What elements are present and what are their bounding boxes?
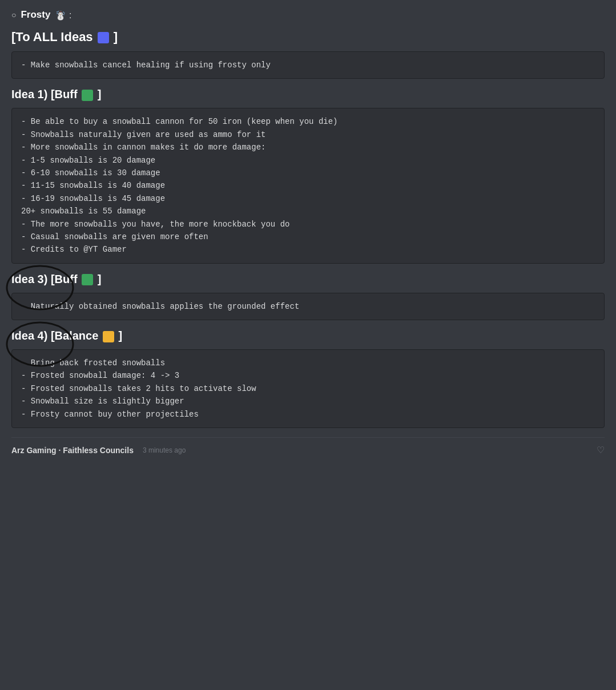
- all-ideas-line-1: - Make snowballs cancel healing if using…: [21, 59, 595, 71]
- idea1-line: - Credits to @YT Gamer: [21, 243, 595, 256]
- idea3-code-block: - Naturally obtained snowballs applies t…: [11, 293, 605, 320]
- idea4-line: - Bring back frosted snowballs: [21, 357, 595, 369]
- idea3-header: Idea 3) [Buff ]: [11, 273, 605, 286]
- idea3-section-wrapper: Idea 3) [Buff ]: [11, 273, 605, 286]
- idea3-line: - Naturally obtained snowballs applies t…: [21, 300, 595, 313]
- idea1-line: - Casual snowballs are given more often: [21, 231, 595, 243]
- idea4-line: - Frosty cannot buy other projectiles: [21, 408, 595, 421]
- idea1-line: - Be able to buy a snowball cannon for 5…: [21, 115, 595, 128]
- all-ideas-header: [To ALL Ideas ]: [11, 30, 605, 45]
- idea4-line: - Frosted snowballs takes 2 hits to acti…: [21, 382, 595, 395]
- snowman-emoji: ☃️ :: [55, 10, 71, 21]
- idea1-line: - 6-10 snowballs is 30 damage: [21, 167, 595, 179]
- idea1-line: - More snowballs in cannon makes it do m…: [21, 141, 595, 154]
- green-square-idea1: [82, 90, 93, 101]
- footer-row: Arz Gaming · Faithless Councils 3 minute…: [11, 437, 605, 455]
- idea4-line: - Snowball size is slightly bigger: [21, 395, 595, 407]
- idea4-header: Idea 4) [Balance ]: [11, 329, 605, 342]
- yellow-square-idea4: [103, 331, 114, 342]
- idea1-header: Idea 1) [Buff ]: [11, 88, 605, 101]
- idea1-line: - 16-19 snowballs is 45 damage: [21, 192, 595, 205]
- idea1-line: - Snowballs naturally given are used as …: [21, 128, 595, 141]
- idea1-code-block: - Be able to buy a snowball cannon for 5…: [11, 108, 605, 263]
- frosty-name: Frosty: [21, 9, 50, 21]
- footer-names: Arz Gaming · Faithless Councils: [11, 446, 134, 455]
- idea1-line: - The more snowballs you have, the more …: [21, 218, 595, 231]
- idea1-line: - 1-5 snowballs is 20 damage: [21, 154, 595, 167]
- idea1-line: 20+ snowballs is 55 damage: [21, 205, 595, 217]
- footer-time: 3 minutes ago: [143, 446, 186, 454]
- idea4-section-wrapper: Idea 4) [Balance ]: [11, 329, 605, 342]
- heart-icon[interactable]: ♡: [597, 445, 605, 455]
- bullet-point: ○: [11, 10, 16, 19]
- green-square-idea3: [82, 274, 93, 285]
- blue-square-icon: [98, 32, 109, 43]
- frosty-header: ○ Frosty ☃️ :: [11, 9, 605, 21]
- idea4-line: - Frosted snowball damage: 4 -> 3: [21, 369, 595, 382]
- all-ideas-code-block: - Make snowballs cancel healing if using…: [11, 51, 605, 79]
- idea1-line: - 11-15 snowballs is 40 damage: [21, 179, 595, 192]
- idea4-code-block: - Bring back frosted snowballs- Frosted …: [11, 349, 605, 428]
